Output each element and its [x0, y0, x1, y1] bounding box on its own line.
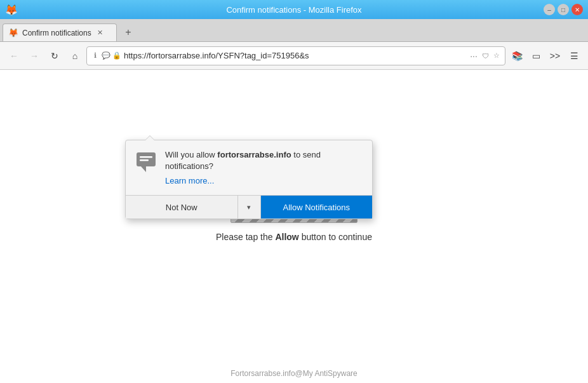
close-button[interactable]: ✕ — [571, 4, 583, 15]
address-input[interactable] — [124, 51, 467, 60]
browser-content: Will you allow fortorsarrabse.info to se… — [0, 70, 588, 383]
active-tab[interactable]: 🦊 Confirm notifications ✕ — [3, 24, 117, 41]
allow-bold: Allow — [275, 232, 298, 242]
library-button[interactable]: 📚 — [508, 47, 526, 65]
new-tab-button[interactable]: + — [119, 24, 137, 41]
toolbar-right: 📚 ▭ >> ☰ — [508, 47, 583, 65]
window-title: Confirm notifications - Mozilla Firefox — [226, 5, 361, 15]
svg-rect-3 — [140, 159, 149, 161]
more-tools-button[interactable]: >> — [546, 47, 564, 65]
tab-label: Confirm notifications — [22, 29, 91, 37]
popup-body: Will you allow fortorsarrabse.info to se… — [126, 140, 372, 195]
address-icons: ℹ 💬 🔒 — [91, 51, 121, 60]
titlebar-left: 🦊 — [5, 4, 18, 16]
page-footer: Fortorsarrabse.info@My AntiSpyware — [231, 369, 357, 378]
titlebar-controls: – □ ✕ — [544, 4, 583, 15]
minimize-button[interactable]: – — [544, 4, 555, 15]
info-icon: ℹ — [91, 51, 100, 60]
more-options-icon[interactable]: ··· — [469, 51, 478, 60]
toolbar: ← → ↻ ⌂ ℹ 💬 🔒 ··· 🛡 ☆ 📚 ▭ >> ☰ — [0, 42, 588, 70]
address-bar[interactable]: ℹ 💬 🔒 ··· 🛡 ☆ — [86, 46, 505, 65]
firefox-icon: 🦊 — [5, 4, 18, 16]
notification-popup: Will you allow fortorsarrabse.info to se… — [125, 140, 373, 219]
tab-favicon: 🦊 — [8, 28, 18, 37]
menu-button[interactable]: ☰ — [565, 47, 583, 65]
svg-rect-2 — [140, 156, 152, 158]
lock-icon: 🔒 — [112, 51, 121, 60]
popup-site: fortorsarrabse.info — [217, 150, 291, 159]
notification-icon — [135, 149, 157, 175]
popup-actions: Not Now ▾ Allow Notifications — [126, 195, 372, 218]
maximize-button[interactable]: □ — [558, 4, 569, 15]
tab-close-button[interactable]: ✕ — [95, 28, 105, 38]
learn-more-link[interactable]: Learn more... — [165, 176, 214, 185]
sidebar-button[interactable]: ▭ — [527, 47, 545, 65]
chat-icon: 💬 — [102, 51, 110, 60]
svg-marker-1 — [141, 166, 146, 172]
bookmark-icon[interactable]: ☆ — [492, 51, 501, 60]
reload-button[interactable]: ↻ — [46, 47, 63, 65]
forward-button[interactable]: → — [25, 47, 43, 65]
titlebar: 🦊 Confirm notifications - Mozilla Firefo… — [0, 0, 588, 19]
tabbar: 🦊 Confirm notifications ✕ + — [0, 19, 588, 42]
not-now-dropdown-button[interactable]: ▾ — [238, 196, 261, 218]
page-message: Please tap the Allow button to continue — [216, 232, 372, 242]
home-button[interactable]: ⌂ — [66, 47, 84, 65]
allow-notifications-button[interactable]: Allow Notifications — [261, 196, 373, 218]
shield-icon: 🛡 — [481, 51, 490, 60]
popup-text: Will you allow fortorsarrabse.info to se… — [165, 149, 363, 186]
back-button[interactable]: ← — [5, 47, 23, 65]
not-now-button[interactable]: Not Now — [126, 196, 238, 218]
popup-question: Will you allow fortorsarrabse.info to se… — [165, 149, 363, 172]
